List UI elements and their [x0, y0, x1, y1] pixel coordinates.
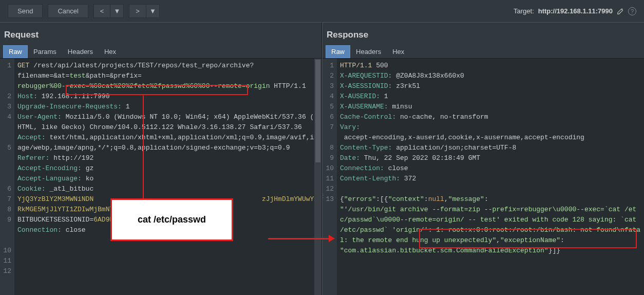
cancel-button[interactable]: Cancel	[48, 4, 88, 18]
next-button[interactable]: >	[129, 4, 146, 18]
connector-1	[143, 96, 144, 198]
request-tabs: Raw Params Headers Hex	[0, 45, 321, 58]
response-panel: Response Raw Headers Hex 123456789101112…	[322, 22, 644, 295]
arrow-icon	[329, 235, 335, 242]
toolbar: Send Cancel < ▼ > ▼ Target: http://192.1…	[0, 0, 644, 22]
edit-icon[interactable]	[617, 8, 624, 15]
next-dropdown[interactable]: ▼	[146, 4, 160, 18]
help-icon[interactable]: ?	[628, 7, 636, 15]
tab-raw-resp[interactable]: Raw	[326, 45, 350, 58]
response-gutter: 12345678910111213	[323, 59, 337, 295]
send-button[interactable]: Send	[8, 4, 43, 18]
request-gutter: 123456789101112	[0, 59, 14, 295]
target-url: http://192.168.1.11:7990	[538, 7, 613, 15]
tab-headers[interactable]: Headers	[62, 45, 99, 58]
target-label: Target:	[514, 7, 534, 15]
prev-dropdown[interactable]: ▼	[110, 4, 124, 18]
scrollbar-thumb[interactable]	[315, 60, 320, 162]
tab-headers-resp[interactable]: Headers	[350, 45, 387, 58]
tab-hex[interactable]: Hex	[99, 45, 122, 58]
splitter-handle[interactable]: ⋮	[320, 193, 326, 198]
prev-group: < ▼	[93, 4, 124, 18]
callout-box: cat /etc/passwd	[110, 198, 233, 241]
response-editor[interactable]: 12345678910111213 HTTP/1.1 500X-AREQUEST…	[323, 58, 644, 295]
panels: Request Raw Params Headers Hex 123456789…	[0, 22, 644, 295]
scrollbar[interactable]	[314, 59, 321, 295]
tab-hex-resp[interactable]: Hex	[387, 45, 410, 58]
response-code[interactable]: HTTP/1.1 500X-AREQUESTID: @Z0A8J8x138x66…	[337, 59, 644, 295]
tab-raw[interactable]: Raw	[3, 45, 28, 58]
connector-2	[268, 238, 330, 239]
response-tabs: Raw Headers Hex	[323, 45, 644, 58]
request-panel: Request Raw Params Headers Hex 123456789…	[0, 22, 322, 295]
request-title: Request	[0, 23, 321, 45]
request-editor[interactable]: 123456789101112 GET /rest/api/latest/pro…	[0, 58, 321, 295]
tab-params[interactable]: Params	[28, 45, 62, 58]
request-code[interactable]: GET /rest/api/latest/projects/TEST/repos…	[14, 59, 321, 295]
next-group: > ▼	[129, 4, 159, 18]
prev-button[interactable]: <	[93, 4, 111, 18]
target-info: Target: http://192.168.1.11:7990 ?	[514, 7, 636, 15]
response-title: Response	[323, 23, 644, 45]
